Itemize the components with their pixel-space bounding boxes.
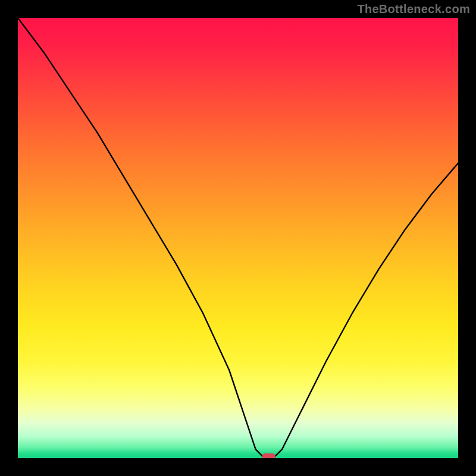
watermark-text: TheBottleneck.com xyxy=(357,2,470,16)
bottleneck-curve-line xyxy=(18,18,458,458)
plot-area xyxy=(18,18,458,458)
chart-frame: TheBottleneck.com xyxy=(0,0,476,476)
curve-minimum-marker xyxy=(262,453,275,458)
bottleneck-curve-svg xyxy=(18,18,458,458)
